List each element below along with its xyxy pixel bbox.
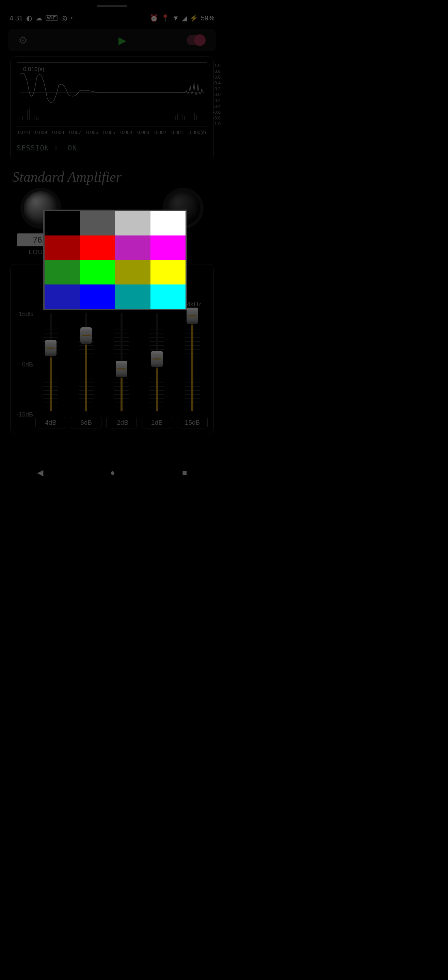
- color-swatch-10[interactable]: [115, 260, 150, 285]
- color-picker-dialog: [43, 210, 187, 310]
- color-swatch-5[interactable]: [80, 235, 115, 260]
- color-swatch-7[interactable]: [150, 235, 186, 260]
- color-swatch-15[interactable]: [150, 285, 186, 309]
- color-swatch-0[interactable]: [45, 211, 80, 235]
- color-swatch-12[interactable]: [45, 285, 80, 309]
- color-swatch-8[interactable]: [45, 260, 80, 285]
- color-swatch-11[interactable]: [150, 260, 186, 285]
- color-swatch-14[interactable]: [115, 285, 150, 309]
- color-swatch-6[interactable]: [115, 235, 150, 260]
- color-swatch-2[interactable]: [115, 211, 150, 235]
- color-swatch-3[interactable]: [150, 211, 186, 235]
- color-swatch-13[interactable]: [80, 285, 115, 309]
- color-swatch-4[interactable]: [45, 235, 80, 260]
- color-swatch-9[interactable]: [80, 260, 115, 285]
- color-swatch-1[interactable]: [80, 211, 115, 235]
